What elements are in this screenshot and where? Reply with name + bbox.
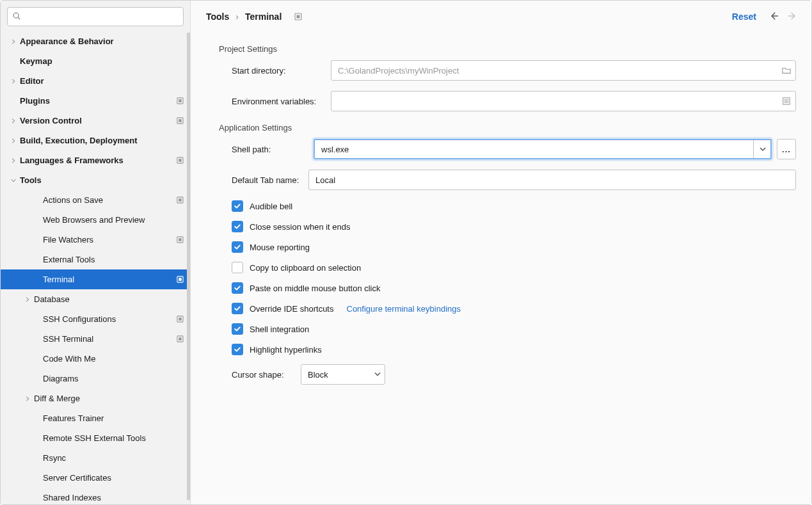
chevron-placeholder <box>22 235 33 245</box>
checkbox-row: Mouse reporting <box>206 241 796 253</box>
checkbox-paste-on-middle-mouse-button-click[interactable] <box>232 282 243 294</box>
sidebar-item-label: Remote SSH External Tools <box>43 433 146 443</box>
chevron-placeholder <box>22 255 33 265</box>
chevron-placeholder <box>22 195 33 205</box>
sidebar-item-label: Actions on Save <box>43 195 103 205</box>
sidebar-item-label: Diff & Merge <box>34 394 80 403</box>
chevron-placeholder <box>22 453 33 463</box>
checkbox-label: Paste on middle mouse button click <box>250 284 381 293</box>
chevron-right-icon <box>22 394 33 404</box>
sidebar-scrollbar[interactable] <box>187 33 190 500</box>
sidebar-item-plugins[interactable]: Plugins <box>1 91 190 111</box>
sidebar-item-web-browsers-and-preview[interactable]: Web Browsers and Preview <box>1 210 190 230</box>
sidebar-item-external-tools[interactable]: External Tools <box>1 250 190 269</box>
sidebar-item-label: Diagrams <box>43 374 79 383</box>
project-level-marker-icon <box>177 335 184 342</box>
project-level-marker-icon <box>177 316 184 323</box>
sidebar-item-label: Plugins <box>20 96 50 106</box>
sidebar-item-terminal[interactable]: Terminal <box>1 269 190 289</box>
sidebar-item-label: Code With Me <box>43 354 95 364</box>
sidebar-item-shared-indexes[interactable]: Shared Indexes <box>1 488 190 504</box>
chevron-placeholder <box>22 354 33 364</box>
sidebar-item-database[interactable]: Database <box>1 289 190 309</box>
sidebar-item-languages-frameworks[interactable]: Languages & Frameworks <box>1 150 190 170</box>
sidebar-item-ssh-terminal[interactable]: SSH Terminal <box>1 329 190 349</box>
chevron-placeholder <box>8 96 19 106</box>
sidebar-item-tools[interactable]: Tools <box>1 170 190 190</box>
cursor-shape-label: Cursor shape: <box>232 370 294 380</box>
list-icon[interactable] <box>782 97 791 106</box>
sidebar-item-label: Build, Execution, Deployment <box>20 136 137 145</box>
breadcrumb-current: Terminal <box>245 12 282 22</box>
breadcrumb-parent[interactable]: Tools <box>206 12 229 22</box>
cursor-shape-select[interactable]: Block <box>301 364 385 385</box>
sidebar-item-keymap[interactable]: Keymap <box>1 51 190 71</box>
sidebar-item-code-with-me[interactable]: Code With Me <box>1 349 190 369</box>
sidebar-item-label: Keymap <box>20 56 52 66</box>
checkbox-mouse-reporting[interactable] <box>232 241 243 253</box>
chevron-placeholder <box>22 433 33 444</box>
checkbox-override-ide-shortcuts[interactable] <box>232 303 243 314</box>
search-icon <box>12 12 21 20</box>
shell-path-input[interactable] <box>314 139 772 159</box>
sidebar-item-file-watchers[interactable]: File Watchers <box>1 230 190 250</box>
chevron-placeholder <box>22 334 33 344</box>
start-directory-label: Start directory: <box>232 66 331 76</box>
sidebar-item-version-control[interactable]: Version Control <box>1 111 190 131</box>
checkbox-row: Override IDE shortcutsConfigure terminal… <box>206 303 796 314</box>
checkbox-shell-integration[interactable] <box>232 323 243 335</box>
project-level-marker-icon <box>177 97 184 104</box>
breadcrumb-separator: › <box>235 12 239 22</box>
sidebar-item-build-execution-deployment[interactable]: Build, Execution, Deployment <box>1 131 190 150</box>
settings-search-input[interactable] <box>7 7 184 26</box>
start-directory-input[interactable] <box>331 60 796 81</box>
sidebar-item-actions-on-save[interactable]: Actions on Save <box>1 190 190 210</box>
settings-tree: Appearance & BehaviorKeymapEditorPlugins… <box>1 31 190 504</box>
nav-forward-button <box>787 10 799 24</box>
nav-back-button[interactable] <box>768 10 779 24</box>
chevron-right-icon <box>8 76 19 86</box>
sidebar-item-diff-merge[interactable]: Diff & Merge <box>1 389 190 408</box>
project-level-marker-icon <box>294 13 302 20</box>
sidebar-item-label: SSH Configurations <box>43 314 116 324</box>
reset-button[interactable]: Reset <box>732 12 756 22</box>
project-settings-heading: Project Settings <box>219 44 796 54</box>
shell-path-dropdown-button[interactable] <box>753 140 771 158</box>
checkbox-close-session-when-it-ends[interactable] <box>232 221 243 232</box>
checkbox-audible-bell[interactable] <box>232 200 243 212</box>
checkbox-row: Highlight hyperlinks <box>206 344 796 355</box>
sidebar-item-remote-ssh-external-tools[interactable]: Remote SSH External Tools <box>1 428 190 448</box>
checkbox-label: Mouse reporting <box>250 243 310 252</box>
folder-icon[interactable] <box>782 66 791 75</box>
configure-terminal-keybindings-link[interactable]: Configure terminal keybindings <box>347 304 461 314</box>
checkbox-row: Shell integration <box>206 323 796 335</box>
chevron-placeholder <box>22 275 33 285</box>
sidebar-item-label: Web Browsers and Preview <box>43 215 145 225</box>
chevron-down-icon <box>374 370 381 380</box>
sidebar-item-appearance-behavior[interactable]: Appearance & Behavior <box>1 31 190 51</box>
chevron-right-icon <box>22 294 33 305</box>
application-settings-heading: Application Settings <box>219 123 796 132</box>
env-variables-input[interactable] <box>331 91 796 111</box>
chevron-right-icon <box>8 116 19 126</box>
default-tab-name-input[interactable] <box>308 170 796 190</box>
chevron-placeholder <box>22 473 33 483</box>
sidebar-item-editor[interactable]: Editor <box>1 71 190 91</box>
settings-content: Project Settings Start directory: Enviro… <box>191 33 811 504</box>
checkbox-label: Copy to clipboard on selection <box>250 263 361 273</box>
sidebar-item-server-certificates[interactable]: Server Certificates <box>1 468 190 488</box>
checkbox-highlight-hyperlinks[interactable] <box>232 344 243 355</box>
chevron-placeholder <box>22 493 33 503</box>
shell-path-label: Shell path: <box>232 145 308 154</box>
checkbox-label: Shell integration <box>250 325 309 334</box>
checkbox-copy-to-clipboard-on-selection[interactable] <box>232 262 243 273</box>
sidebar-item-ssh-configurations[interactable]: SSH Configurations <box>1 309 190 329</box>
sidebar-item-rsync[interactable]: Rsync <box>1 448 190 468</box>
sidebar-item-diagrams[interactable]: Diagrams <box>1 369 190 389</box>
checkbox-row: Close session when it ends <box>206 221 796 232</box>
sidebar-item-label: SSH Terminal <box>43 334 93 344</box>
shell-path-browse-button[interactable]: ... <box>777 139 796 159</box>
sidebar-item-label: File Watchers <box>43 235 93 244</box>
chevron-placeholder <box>8 56 19 67</box>
sidebar-item-features-trainer[interactable]: Features Trainer <box>1 408 190 428</box>
